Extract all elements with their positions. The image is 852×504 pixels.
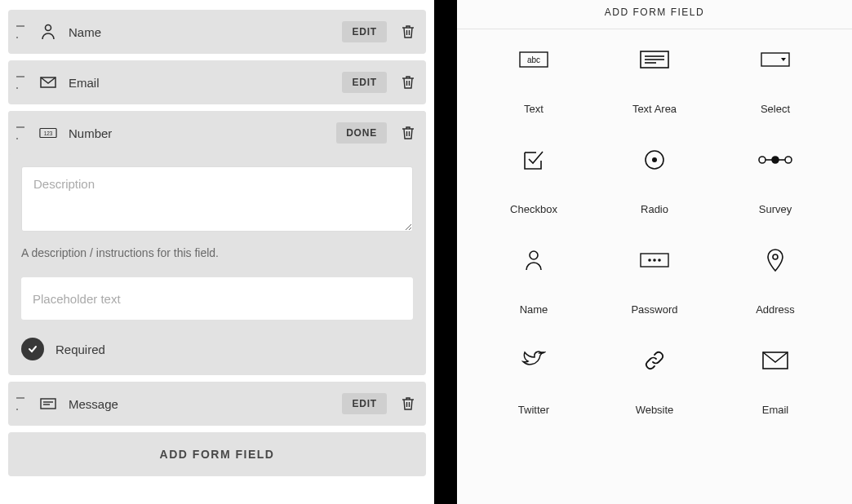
svg-point-19	[773, 254, 778, 259]
option-name[interactable]: Name	[473, 248, 594, 316]
option-label: Checkbox	[510, 203, 557, 215]
option-label: Address	[756, 303, 795, 316]
field-editor: A description / instructions for this fi…	[8, 155, 426, 375]
twitter-icon	[521, 348, 546, 373]
option-label: Name	[520, 303, 548, 316]
field-label: Message	[69, 397, 342, 411]
text-input-icon: abc	[519, 47, 548, 72]
option-label: Text Area	[632, 103, 677, 115]
edit-button[interactable]: EDIT	[342, 21, 387, 42]
option-label: Select	[761, 103, 790, 115]
svg-point-12	[785, 157, 792, 163]
field-label: Email	[69, 76, 342, 90]
trash-icon[interactable]	[402, 75, 415, 90]
field-type-picker-panel: ADD FORM FIELD abc Text Text Area	[457, 0, 852, 504]
required-toggle-row: Required	[21, 338, 413, 360]
required-label: Required	[55, 343, 105, 356]
drag-handle-icon[interactable]	[16, 397, 24, 410]
option-radio[interactable]: Radio	[594, 148, 715, 215]
text-lines-icon	[39, 395, 57, 413]
option-label: Password	[631, 303, 677, 316]
picker-header: ADD FORM FIELD	[457, 0, 852, 29]
envelope-icon	[39, 73, 57, 91]
password-icon	[640, 248, 669, 272]
drag-handle-icon[interactable]	[16, 76, 24, 89]
option-text-area[interactable]: Text Area	[594, 47, 715, 115]
person-icon	[39, 23, 57, 41]
panel-divider	[434, 0, 457, 504]
survey-icon	[757, 148, 793, 172]
option-address[interactable]: Address	[715, 248, 836, 316]
edit-button[interactable]: EDIT	[342, 72, 387, 93]
option-label: Survey	[759, 203, 792, 215]
option-email[interactable]: Email	[715, 348, 836, 416]
field-row-name[interactable]: Name EDIT	[8, 10, 426, 54]
svg-text:123: 123	[44, 130, 53, 136]
person-icon	[525, 248, 543, 272]
option-text[interactable]: abc Text	[473, 47, 594, 115]
svg-point-13	[772, 157, 779, 163]
svg-text:abc: abc	[527, 55, 540, 64]
description-textarea[interactable]	[21, 166, 413, 232]
field-block-number: 123 Number DONE A description / instruct…	[8, 111, 426, 375]
option-label: Email	[762, 404, 789, 416]
field-label: Number	[69, 126, 336, 140]
svg-point-16	[648, 259, 651, 262]
svg-point-17	[653, 259, 656, 262]
option-label: Website	[636, 404, 674, 416]
option-survey[interactable]: Survey	[715, 148, 836, 215]
placeholder-input[interactable]	[21, 277, 413, 320]
field-row-email[interactable]: Email EDIT	[8, 60, 426, 104]
option-website[interactable]: Website	[594, 348, 715, 416]
option-password[interactable]: Password	[594, 248, 715, 316]
svg-point-11	[759, 157, 765, 163]
done-button[interactable]: DONE	[336, 122, 387, 144]
svg-point-10	[652, 157, 657, 162]
field-row-number[interactable]: 123 Number DONE	[8, 111, 426, 155]
field-label: Name	[69, 25, 342, 39]
description-helper-text: A description / instructions for this fi…	[21, 246, 413, 259]
number-icon: 123	[39, 124, 57, 142]
option-label: Text	[524, 103, 544, 115]
edit-button[interactable]: EDIT	[342, 393, 387, 414]
add-form-field-button[interactable]: ADD FORM FIELD	[8, 432, 426, 476]
option-label: Radio	[641, 203, 668, 215]
option-twitter[interactable]: Twitter	[473, 348, 594, 416]
svg-point-0	[46, 25, 51, 31]
trash-icon[interactable]	[402, 126, 415, 140]
option-checkbox[interactable]: Checkbox	[473, 148, 594, 215]
form-fields-panel: Name EDIT Email EDIT	[0, 0, 434, 504]
radio-icon	[644, 148, 665, 172]
required-toggle[interactable]	[21, 338, 44, 360]
map-pin-icon	[766, 248, 784, 272]
checkbox-icon	[523, 148, 544, 172]
svg-rect-4	[41, 399, 55, 409]
svg-point-18	[658, 259, 661, 262]
svg-point-14	[530, 251, 538, 259]
link-icon	[644, 348, 665, 373]
option-select[interactable]: Select	[715, 47, 836, 115]
select-icon	[761, 47, 790, 72]
trash-icon[interactable]	[402, 396, 415, 411]
field-row-message[interactable]: Message EDIT	[8, 382, 426, 426]
envelope-icon	[762, 348, 788, 373]
drag-handle-icon[interactable]	[16, 25, 24, 38]
trash-icon[interactable]	[402, 24, 415, 39]
text-area-icon	[640, 47, 669, 72]
field-type-grid: abc Text Text Area Select	[457, 29, 852, 434]
option-label: Twitter	[518, 404, 549, 416]
drag-handle-icon[interactable]	[16, 126, 24, 139]
svg-rect-8	[761, 53, 789, 66]
